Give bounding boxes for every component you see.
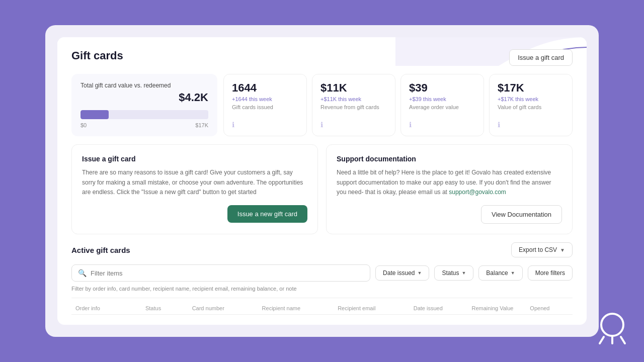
th-date-issued: Date issued xyxy=(410,302,468,315)
th-recipient-email: Recipient email xyxy=(334,302,410,315)
chevron-down-icon: ▼ xyxy=(560,247,565,253)
page-title: Gift cards xyxy=(71,49,283,62)
info-icon-1: ℹ xyxy=(320,121,387,129)
chevron-down-icon: ▼ xyxy=(417,270,422,276)
th-opened: Opened xyxy=(526,302,573,315)
active-gift-cards-section: Active gift cards Export to CSV ▼ 🔍 Date… xyxy=(57,242,587,325)
svg-line-1 xyxy=(600,337,604,343)
issue-section-title: Issue a gift card xyxy=(82,155,307,163)
govalo-logo xyxy=(595,311,630,346)
stat-number-1: $11K xyxy=(320,81,387,95)
active-cards-title: Active gift cards xyxy=(71,246,130,254)
stat-label-2: Average order value xyxy=(409,104,475,116)
chart-title: Total gift card value vs. redeemed xyxy=(80,82,208,89)
active-header: Active gift cards Export to CSV ▼ xyxy=(71,242,573,257)
support-section-title: Support documentation xyxy=(337,155,562,163)
info-icon-0: ℹ xyxy=(232,121,298,129)
stat-label-0: Gift cards issued xyxy=(232,104,298,116)
main-card: Gift cards Welcome back to Govalo! This … xyxy=(57,37,587,325)
chart-bar-fill xyxy=(80,110,109,119)
stat-change-3: +$17K this week xyxy=(498,96,564,102)
search-filter-row: 🔍 Date issued ▼ Status ▼ Balance ▼ More … xyxy=(71,264,573,282)
stat-label-1: Revenue from gift cards xyxy=(320,104,387,116)
stat-number-2: $39 xyxy=(409,81,475,95)
stat-label-3: Value of gift cards xyxy=(498,104,564,116)
th-card-number: Card number xyxy=(188,302,258,315)
more-filters-label: More filters xyxy=(535,269,565,277)
th-order-info: Order info xyxy=(71,302,141,315)
chart-value: $4.2K xyxy=(80,91,208,104)
stat-change-0: +1644 this week xyxy=(232,96,298,102)
balance-label: Balance xyxy=(486,269,508,277)
info-icon-2: ℹ xyxy=(409,121,475,129)
chart-card: Total gift card value vs. redeemed $4.2K… xyxy=(71,74,217,136)
chart-label-min: $0 xyxy=(80,122,87,128)
stat-card-2: $39 +$39 this week Average order value ℹ xyxy=(400,74,484,136)
th-recipient-name: Recipient name xyxy=(258,302,334,315)
issue-gift-card-section: Issue a gift card There are so many reas… xyxy=(71,144,318,234)
filter-hint: Filter by order info, card number, recip… xyxy=(71,286,573,292)
logo-container xyxy=(595,311,630,348)
stat-number-3: $17K xyxy=(498,81,564,95)
view-documentation-button[interactable]: View Documentation xyxy=(481,205,562,224)
search-input[interactable] xyxy=(91,269,364,277)
issue-section-actions: Issue a new gift card xyxy=(82,205,307,223)
th-remaining-value: Remaining Value xyxy=(468,302,526,315)
issue-new-gift-card-button[interactable]: Issue a new gift card xyxy=(227,205,307,223)
outer-container: Gift cards Welcome back to Govalo! This … xyxy=(45,25,599,337)
status-filter[interactable]: Status ▼ xyxy=(434,265,473,281)
issue-section-text: There are so many reasons to issue a gif… xyxy=(82,168,307,197)
export-csv-label: Export to CSV xyxy=(519,246,557,253)
search-box: 🔍 xyxy=(71,264,370,282)
svg-point-0 xyxy=(601,314,623,336)
stat-card-3: $17K +$17K this week Value of gift cards… xyxy=(489,74,573,136)
header-left: Gift cards Welcome back to Govalo! This … xyxy=(71,49,283,66)
stat-card-1: $11K +$11K this week Revenue from gift c… xyxy=(312,74,395,136)
stat-card-0: 1644 +1644 this week Gift cards issued ℹ xyxy=(223,74,307,136)
header-section: Gift cards Welcome back to Govalo! This … xyxy=(57,37,587,66)
stat-cards: 1644 +1644 this week Gift cards issued ℹ… xyxy=(223,74,573,136)
stat-change-1: +$11K this week xyxy=(320,96,387,102)
stat-change-2: +$39 this week xyxy=(409,96,475,102)
table-header: Order info Status Card number Recipient … xyxy=(71,298,573,315)
search-icon: 🔍 xyxy=(78,269,87,277)
chart-bar-container: $0 $17K xyxy=(80,110,208,128)
more-filters-button[interactable]: More filters xyxy=(528,265,573,281)
body-sections: Issue a gift card There are so many reas… xyxy=(57,144,587,242)
chart-labels: $0 $17K xyxy=(80,122,208,128)
th-status: Status xyxy=(141,302,188,315)
balance-filter[interactable]: Balance ▼ xyxy=(478,265,522,281)
support-section: Support documentation Need a little bit … xyxy=(326,144,573,234)
date-issued-filter[interactable]: Date issued ▼ xyxy=(375,265,429,281)
chevron-down-icon: ▼ xyxy=(461,270,466,276)
support-email-link[interactable]: support@govalo.com xyxy=(449,189,506,196)
date-issued-label: Date issued xyxy=(383,269,415,277)
info-icon-3: ℹ xyxy=(498,121,564,129)
stats-area: Total gift card value vs. redeemed $4.2K… xyxy=(57,66,587,144)
export-csv-button[interactable]: Export to CSV ▼ xyxy=(511,242,573,257)
svg-line-3 xyxy=(621,337,625,343)
chart-label-max: $17K xyxy=(195,122,208,128)
stat-number-0: 1644 xyxy=(232,81,298,95)
issue-card-header-button[interactable]: Issue a gift card xyxy=(509,49,573,66)
status-label: Status xyxy=(442,269,459,277)
chevron-down-icon: ▼ xyxy=(511,270,515,276)
support-section-actions: View Documentation xyxy=(337,205,562,224)
chart-bar-background xyxy=(80,110,208,119)
support-section-text: Need a little bit of help? Here is the p… xyxy=(337,168,562,197)
